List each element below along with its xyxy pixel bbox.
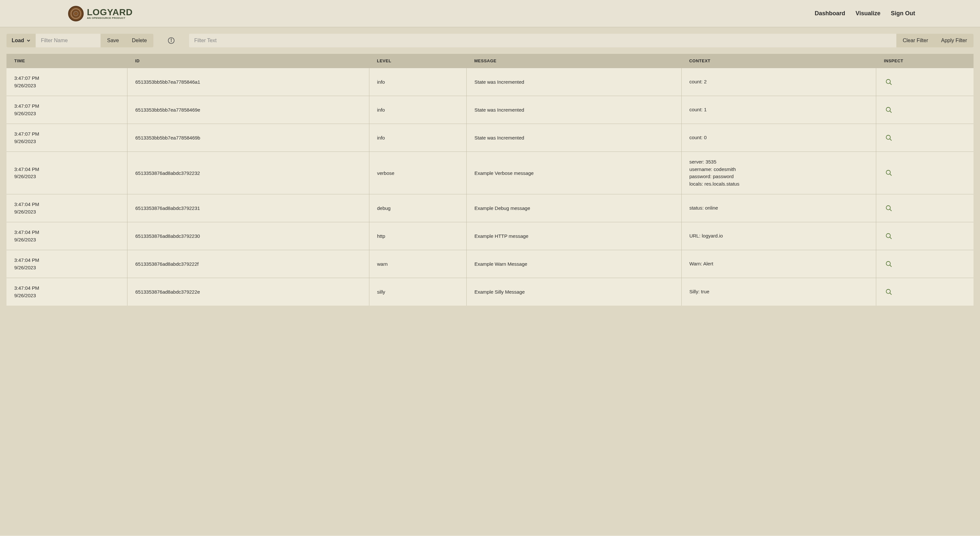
col-message[interactable]: MESSAGE bbox=[467, 54, 682, 68]
col-id[interactable]: ID bbox=[127, 54, 369, 68]
cell-context: URL: logyard.io bbox=[681, 222, 876, 250]
logo-mark-icon bbox=[68, 6, 84, 21]
delete-button[interactable]: Delete bbox=[126, 34, 153, 47]
svg-line-14 bbox=[890, 237, 892, 239]
svg-point-3 bbox=[886, 79, 891, 83]
inspect-button[interactable] bbox=[884, 105, 894, 115]
date-value: 9/26/2023 bbox=[14, 138, 119, 145]
load-label: Load bbox=[12, 38, 24, 43]
cell-context: count: 2 bbox=[681, 68, 876, 96]
magnifier-icon bbox=[885, 205, 892, 212]
load-button[interactable]: Load bbox=[6, 34, 36, 47]
svg-point-2 bbox=[171, 39, 172, 40]
inspect-button[interactable] bbox=[884, 203, 894, 213]
table-row: 3:47:04 PM9/26/20236513353876ad8abdc3792… bbox=[6, 152, 974, 195]
table-row: 3:47:04 PM9/26/20236513353876ad8abdc3792… bbox=[6, 250, 974, 278]
nav-dashboard[interactable]: Dashboard bbox=[815, 10, 845, 17]
magnifier-icon bbox=[885, 289, 892, 295]
date-value: 9/26/2023 bbox=[14, 110, 119, 118]
time-value: 3:47:04 PM bbox=[14, 201, 119, 208]
toolbar: Load Save Delete Clear Filter Apply Filt… bbox=[0, 27, 980, 54]
cell-level: info bbox=[369, 96, 466, 124]
filter-name-group: Load Save Delete bbox=[6, 34, 153, 47]
cell-time: 3:47:07 PM9/26/2023 bbox=[6, 96, 127, 124]
date-value: 9/26/2023 bbox=[14, 173, 119, 180]
date-value: 9/26/2023 bbox=[14, 208, 119, 216]
logo-title: LOGYARD bbox=[87, 8, 133, 17]
cell-id: 6513353bb5bb7ea77858469e bbox=[127, 96, 369, 124]
magnifier-icon bbox=[885, 233, 892, 240]
inspect-button[interactable] bbox=[884, 259, 894, 269]
time-value: 3:47:04 PM bbox=[14, 284, 119, 292]
cell-time: 3:47:04 PM9/26/2023 bbox=[6, 195, 127, 222]
date-value: 9/26/2023 bbox=[14, 264, 119, 271]
cell-inspect bbox=[876, 195, 974, 222]
log-table-wrap[interactable]: TIME ID LEVEL MESSAGE CONTEXT INSPECT 3:… bbox=[0, 54, 980, 535]
cell-id: 6513353bb5bb7ea77858469b bbox=[127, 124, 369, 152]
cell-time: 3:47:04 PM9/26/2023 bbox=[6, 278, 127, 306]
clear-filter-button[interactable]: Clear Filter bbox=[896, 34, 935, 47]
time-value: 3:47:04 PM bbox=[14, 229, 119, 236]
table-header-row: TIME ID LEVEL MESSAGE CONTEXT INSPECT bbox=[6, 54, 974, 68]
inspect-button[interactable] bbox=[884, 168, 894, 178]
cell-inspect bbox=[876, 278, 974, 306]
top-nav: Dashboard Visualize Sign Out bbox=[815, 10, 915, 17]
date-value: 9/26/2023 bbox=[14, 292, 119, 300]
cell-time: 3:47:04 PM9/26/2023 bbox=[6, 222, 127, 250]
svg-line-18 bbox=[890, 293, 892, 295]
cell-message: Example Debug message bbox=[467, 195, 682, 222]
filter-text-group: Clear Filter Apply Filter bbox=[189, 34, 974, 47]
cell-time: 3:47:07 PM9/26/2023 bbox=[6, 124, 127, 152]
cell-context: count: 1 bbox=[681, 96, 876, 124]
cell-level: info bbox=[369, 68, 466, 96]
cell-inspect bbox=[876, 222, 974, 250]
magnifier-icon bbox=[885, 78, 892, 86]
cell-context: count: 0 bbox=[681, 124, 876, 152]
inspect-button[interactable] bbox=[884, 287, 894, 297]
filter-text-input[interactable] bbox=[189, 34, 896, 47]
table-row: 3:47:04 PM9/26/20236513353876ad8abdc3792… bbox=[6, 195, 974, 222]
table-row: 3:47:07 PM9/26/20236513353bb5bb7ea778584… bbox=[6, 124, 974, 152]
date-value: 9/26/2023 bbox=[14, 236, 119, 244]
col-context[interactable]: CONTEXT bbox=[681, 54, 876, 68]
nav-signout[interactable]: Sign Out bbox=[891, 10, 915, 17]
cell-id: 6513353876ad8abdc3792232 bbox=[127, 152, 369, 195]
cell-id: 6513353876ad8abdc379222f bbox=[127, 250, 369, 278]
svg-point-11 bbox=[886, 206, 891, 210]
logo[interactable]: LOGYARD AN OPENSOURCE PRODUCT bbox=[68, 6, 133, 21]
cell-inspect bbox=[876, 96, 974, 124]
filter-name-input[interactable] bbox=[36, 34, 100, 47]
info-icon[interactable] bbox=[168, 37, 175, 44]
inspect-button[interactable] bbox=[884, 77, 894, 87]
cell-id: 6513353876ad8abdc3792230 bbox=[127, 222, 369, 250]
cell-context: Silly: true bbox=[681, 278, 876, 306]
svg-line-4 bbox=[890, 83, 892, 85]
time-value: 3:47:07 PM bbox=[14, 131, 119, 138]
magnifier-icon bbox=[885, 107, 892, 113]
svg-point-5 bbox=[886, 107, 891, 111]
col-inspect[interactable]: INSPECT bbox=[876, 54, 974, 68]
cell-inspect bbox=[876, 68, 974, 96]
apply-filter-button[interactable]: Apply Filter bbox=[935, 34, 974, 47]
magnifier-icon bbox=[885, 134, 892, 142]
svg-line-10 bbox=[890, 174, 892, 176]
table-row: 3:47:07 PM9/26/20236513353bb5bb7ea778584… bbox=[6, 68, 974, 96]
cell-id: 6513353876ad8abdc3792231 bbox=[127, 195, 369, 222]
cell-level: silly bbox=[369, 278, 466, 306]
inspect-button[interactable] bbox=[884, 133, 894, 143]
cell-level: info bbox=[369, 124, 466, 152]
inspect-button[interactable] bbox=[884, 231, 894, 241]
cell-id: 6513353bb5bb7ea7785846a1 bbox=[127, 68, 369, 96]
cell-time: 3:47:04 PM9/26/2023 bbox=[6, 152, 127, 195]
cell-inspect bbox=[876, 250, 974, 278]
svg-point-15 bbox=[886, 261, 891, 265]
logo-text: LOGYARD AN OPENSOURCE PRODUCT bbox=[87, 8, 133, 19]
col-time[interactable]: TIME bbox=[6, 54, 127, 68]
table-row: 3:47:04 PM9/26/20236513353876ad8abdc3792… bbox=[6, 222, 974, 250]
save-button[interactable]: Save bbox=[100, 34, 125, 47]
col-level[interactable]: LEVEL bbox=[369, 54, 466, 68]
time-value: 3:47:04 PM bbox=[14, 257, 119, 264]
cell-context: status: online bbox=[681, 195, 876, 222]
header: LOGYARD AN OPENSOURCE PRODUCT Dashboard … bbox=[0, 0, 980, 27]
nav-visualize[interactable]: Visualize bbox=[856, 10, 880, 17]
